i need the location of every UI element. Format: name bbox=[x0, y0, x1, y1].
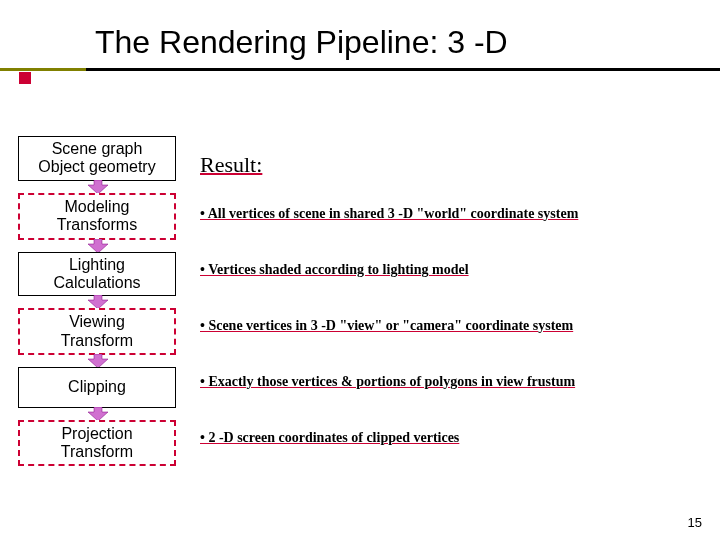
title-bar: The Rendering Pipeline: 3 -D bbox=[0, 28, 720, 72]
page-number: 15 bbox=[688, 515, 702, 530]
stage-label: Scene graph Object geometry bbox=[38, 140, 155, 175]
pipeline-column: Scene graph Object geometry Modeling Tra… bbox=[18, 136, 178, 466]
arrow-down-icon bbox=[18, 180, 178, 194]
svg-marker-4 bbox=[88, 407, 108, 421]
stage-projection-transform: Projection Transform bbox=[18, 420, 176, 467]
stage-lighting-calculations: Lighting Calculations bbox=[18, 252, 176, 297]
results-column: Result: • All vertices of scene in share… bbox=[200, 152, 700, 446]
stage-scene-graph: Scene graph Object geometry bbox=[18, 136, 176, 181]
arrow-down-icon bbox=[18, 239, 178, 253]
stage-label: Clipping bbox=[68, 378, 126, 395]
accent-square-icon bbox=[19, 72, 31, 84]
result-clipping: • Exactly those vertices & portions of p… bbox=[200, 374, 700, 390]
arrow-down-icon bbox=[18, 295, 178, 309]
page-title: The Rendering Pipeline: 3 -D bbox=[95, 24, 508, 61]
title-underline bbox=[0, 68, 720, 71]
result-heading: Result: bbox=[200, 152, 700, 178]
svg-marker-3 bbox=[88, 354, 108, 368]
result-lighting: • Vertices shaded according to lighting … bbox=[200, 262, 700, 278]
result-projection: • 2 -D screen coordinates of clipped ver… bbox=[200, 430, 700, 446]
stage-clipping: Clipping bbox=[18, 367, 176, 407]
svg-marker-1 bbox=[88, 239, 108, 253]
arrow-down-icon bbox=[18, 354, 178, 368]
result-viewing: • Scene vertices in 3 -D "view" or "came… bbox=[200, 318, 700, 334]
stage-label: Modeling Transforms bbox=[57, 198, 137, 233]
svg-marker-2 bbox=[88, 295, 108, 309]
result-modeling: • All vertices of scene in shared 3 -D "… bbox=[200, 206, 700, 222]
svg-marker-0 bbox=[88, 180, 108, 194]
arrow-down-icon bbox=[18, 407, 178, 421]
stage-label: Lighting Calculations bbox=[53, 256, 140, 291]
stage-viewing-transform: Viewing Transform bbox=[18, 308, 176, 355]
stage-modeling-transforms: Modeling Transforms bbox=[18, 193, 176, 240]
stage-label: Projection Transform bbox=[61, 425, 133, 460]
stage-label: Viewing Transform bbox=[61, 313, 133, 348]
